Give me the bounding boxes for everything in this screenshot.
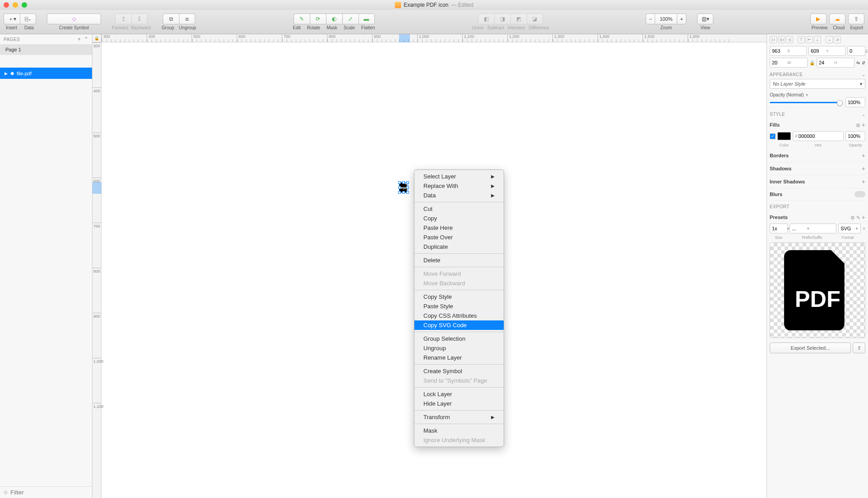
- rotation-input[interactable]: [850, 48, 865, 54]
- ctx-group-selection[interactable]: Group Selection: [414, 334, 504, 343]
- canvas[interactable]: 🔒 300 400 500 600 700 800 900 1,000 1,10…: [92, 34, 767, 498]
- resize-handle-s[interactable]: [402, 191, 405, 194]
- ctx-select-layer[interactable]: Select Layer▶: [414, 172, 504, 181]
- width-input[interactable]: [772, 60, 787, 65]
- preview-button[interactable]: ▶: [810, 14, 827, 24]
- ctx-rename-layer[interactable]: Rename Layer: [414, 353, 504, 362]
- ctx-replace-with[interactable]: Replace With▶: [414, 181, 504, 191]
- add-inner-shadow-icon[interactable]: +: [862, 178, 865, 185]
- remove-preset-icon[interactable]: ×: [863, 226, 865, 231]
- ctx-duplicate[interactable]: Duplicate: [414, 242, 504, 251]
- ctx-ungroup[interactable]: Ungroup: [414, 343, 504, 353]
- y-input[interactable]: [811, 48, 826, 54]
- x-input[interactable]: [772, 48, 787, 54]
- lock-aspect-icon[interactable]: 🔒: [809, 60, 815, 65]
- ctx-paste-over[interactable]: Paste Over: [414, 233, 504, 242]
- ctx-copy-css[interactable]: Copy CSS Attributes: [414, 311, 504, 320]
- height-input[interactable]: [819, 60, 834, 65]
- distribute-h-icon[interactable]: ⫠: [826, 36, 833, 43]
- edit-button[interactable]: ✎: [294, 14, 310, 24]
- add-shadow-icon[interactable]: +: [862, 165, 865, 172]
- distribute-v-icon[interactable]: ⫡: [834, 36, 841, 43]
- ruler-lock-icon[interactable]: 🔒: [92, 34, 101, 42]
- ctx-mask[interactable]: Mask: [414, 426, 504, 435]
- ungroup-button[interactable]: ⧈: [179, 14, 195, 24]
- add-border-icon[interactable]: +: [862, 152, 865, 159]
- ctx-paste-style[interactable]: Paste Style: [414, 302, 504, 311]
- maximize-window-icon[interactable]: [22, 2, 27, 8]
- difference-button[interactable]: ◪: [527, 14, 543, 24]
- export-share-button[interactable]: ⇪: [853, 343, 865, 353]
- resize-handle-ne[interactable]: [406, 181, 409, 184]
- minimize-window-icon[interactable]: [13, 2, 18, 8]
- resize-handle-sw[interactable]: [398, 191, 401, 194]
- export-selected-button[interactable]: Export Selected...: [770, 343, 851, 353]
- ctx-copy-style[interactable]: Copy Style: [414, 292, 504, 302]
- layer-disclosure-icon[interactable]: ▶: [5, 71, 8, 76]
- fill-color-swatch[interactable]: [777, 132, 791, 140]
- add-page-icon[interactable]: +: [78, 36, 81, 42]
- resize-handle-nw[interactable]: [398, 181, 401, 184]
- subtract-button[interactable]: ◨: [494, 14, 510, 24]
- opacity-slider[interactable]: [770, 102, 843, 103]
- export-button[interactable]: ⇪: [848, 14, 864, 24]
- zoom-out-button[interactable]: −: [646, 14, 655, 24]
- preset-settings-icon[interactable]: ⚙: [850, 215, 855, 220]
- chevron-down-icon[interactable]: ⌄: [862, 112, 866, 117]
- ctx-cut[interactable]: Cut: [414, 204, 504, 214]
- align-top-icon[interactable]: ⊤: [798, 36, 805, 43]
- filter-input[interactable]: [10, 489, 88, 496]
- align-center-h-icon[interactable]: ⫞|⫞: [778, 36, 785, 43]
- align-left-icon[interactable]: |⫞: [770, 36, 777, 43]
- resize-handle-w[interactable]: [398, 186, 401, 189]
- align-right-icon[interactable]: ⫞|: [786, 36, 793, 43]
- preset-knife-icon[interactable]: ✎: [856, 215, 860, 220]
- ctx-create-symbol[interactable]: Create Symbol: [414, 366, 504, 376]
- ctx-transform[interactable]: Transform▶: [414, 412, 504, 422]
- opacity-dropdown-icon[interactable]: ▿: [806, 92, 808, 97]
- group-button[interactable]: ⧉: [163, 14, 179, 24]
- flip-v-icon[interactable]: ⇵: [862, 60, 865, 65]
- forward-button[interactable]: ↥: [115, 14, 131, 24]
- ctx-copy-svg[interactable]: Copy SVG Code: [414, 320, 504, 330]
- data-button[interactable]: ⌸▾: [20, 14, 36, 24]
- union-button[interactable]: ◧: [478, 14, 494, 24]
- view-button[interactable]: ▥▾: [697, 14, 713, 24]
- export-format-input[interactable]: [840, 226, 856, 231]
- resize-handle-n[interactable]: [402, 181, 405, 184]
- ctx-lock-layer[interactable]: Lock Layer: [414, 389, 504, 399]
- add-preset-icon[interactable]: +: [862, 214, 865, 221]
- backward-button[interactable]: ↧: [131, 14, 147, 24]
- layer-item-file-pdf[interactable]: ▶ ◆ file-pdf: [0, 68, 92, 79]
- export-prefix-input[interactable]: [792, 226, 807, 231]
- insert-button[interactable]: ＋▾: [4, 14, 20, 24]
- mask-button[interactable]: ◐: [326, 14, 342, 24]
- fill-opacity-input[interactable]: [848, 133, 863, 139]
- gear-icon[interactable]: ⚙: [856, 123, 860, 128]
- page-item[interactable]: Page 1: [0, 44, 92, 55]
- selected-object[interactable]: PDF: [399, 182, 408, 193]
- resize-handle-e[interactable]: [406, 186, 409, 189]
- create-symbol-button[interactable]: ◇: [47, 14, 101, 24]
- blur-toggle[interactable]: [854, 191, 865, 197]
- export-size-input[interactable]: [772, 226, 787, 231]
- intersect-button[interactable]: ◩: [510, 14, 527, 24]
- fill-hex-input[interactable]: [799, 133, 821, 139]
- align-center-v-icon[interactable]: ⊢: [806, 36, 813, 43]
- fill-enabled-checkbox[interactable]: ✓: [770, 133, 776, 139]
- align-bottom-icon[interactable]: ⊥: [814, 36, 821, 43]
- collapse-pages-icon[interactable]: ⌃: [84, 36, 89, 42]
- ctx-hide-layer[interactable]: Hide Layer: [414, 399, 504, 408]
- zoom-value[interactable]: 100%: [655, 14, 677, 24]
- layer-style-dropdown[interactable]: No Layer Style ▾: [770, 79, 865, 89]
- scale-button[interactable]: ⤢: [342, 14, 358, 24]
- add-fill-icon[interactable]: +: [862, 121, 865, 128]
- chevron-down-icon[interactable]: ⌄: [862, 72, 866, 77]
- resize-handle-se[interactable]: [406, 191, 409, 194]
- rotate-button[interactable]: ⟳: [310, 14, 326, 24]
- close-window-icon[interactable]: [4, 2, 9, 8]
- flatten-button[interactable]: ▬: [358, 14, 375, 24]
- ctx-copy[interactable]: Copy: [414, 214, 504, 223]
- ctx-paste-here[interactable]: Paste Here: [414, 223, 504, 233]
- zoom-in-button[interactable]: +: [677, 14, 686, 24]
